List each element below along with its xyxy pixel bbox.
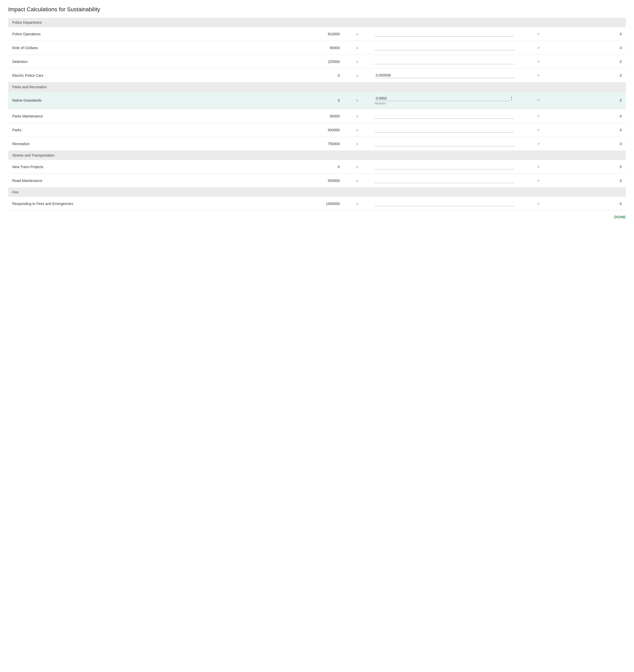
result-recreation: 0 bbox=[559, 137, 626, 151]
equals-icon-detention: = bbox=[518, 55, 559, 69]
label-role-of-civilians: Role of Civilians bbox=[8, 41, 263, 55]
multiplier-cell-parks-maintenance bbox=[371, 109, 518, 123]
result-role-of-civilians: 0 bbox=[559, 41, 626, 55]
multiplier-cell-native-grasslands: ▲▼Multiplier bbox=[371, 92, 518, 109]
multiplier-input-native-grasslands[interactable] bbox=[375, 96, 509, 101]
label-road-maintenance: Road Maintenance bbox=[8, 174, 263, 188]
done-area: DONE bbox=[8, 211, 626, 220]
multiplier-label-native-grasslands: Multiplier bbox=[375, 102, 514, 105]
equals-icon-police-operations: = bbox=[518, 27, 559, 41]
result-police-operations: 0 bbox=[559, 27, 626, 41]
multiplier-input-role-of-civilians[interactable] bbox=[375, 45, 514, 50]
label-responding-fires: Responding to Fires and Emergencies bbox=[8, 197, 263, 211]
value-new-trans-projects: 0 bbox=[263, 160, 344, 174]
section-label-fire: Fire bbox=[8, 188, 626, 197]
equals-icon-role-of-civilians: = bbox=[518, 41, 559, 55]
multiplier-input-parks-maintenance[interactable] bbox=[375, 113, 514, 119]
multiplier-cell-new-trans-projects bbox=[371, 160, 518, 174]
value-parks: 500000 bbox=[263, 123, 344, 137]
value-native-grasslands: 0 bbox=[263, 92, 344, 109]
result-new-trans-projects: 0 bbox=[559, 160, 626, 174]
multiplier-input-road-maintenance[interactable] bbox=[375, 178, 514, 183]
row-police-operations: Police Operations810000x=0 bbox=[8, 27, 626, 41]
multiplier-cell-responding-fires bbox=[371, 197, 518, 211]
equals-icon-responding-fires: = bbox=[518, 197, 559, 211]
spinner-native-grasslands[interactable]: ▲▼ bbox=[510, 96, 513, 101]
equals-icon-electric-police-cars: = bbox=[518, 69, 559, 83]
label-police-operations: Police Operations bbox=[8, 27, 263, 41]
label-parks-maintenance: Parks Maintenance bbox=[8, 109, 263, 123]
multiplier-input-detention[interactable] bbox=[375, 59, 514, 64]
result-native-grasslands: 0 bbox=[559, 92, 626, 109]
section-header-parks-recreation: Parks and Recreation bbox=[8, 83, 626, 92]
done-button[interactable]: DONE bbox=[614, 215, 626, 219]
value-parks-maintenance: 90000 bbox=[263, 109, 344, 123]
label-new-trans-projects: New Trans Projects bbox=[8, 160, 263, 174]
section-label-streets-transportation: Streets and Transportation bbox=[8, 151, 626, 160]
row-parks: Parks500000x=0 bbox=[8, 123, 626, 137]
times-icon-recreation: x bbox=[344, 137, 371, 151]
multiplier-input-new-trans-projects[interactable] bbox=[375, 164, 514, 169]
times-icon-role-of-civilians: x bbox=[344, 41, 371, 55]
multiplier-cell-police-operations bbox=[371, 27, 518, 41]
multiplier-input-recreation[interactable] bbox=[375, 141, 514, 146]
value-electric-police-cars: 0 bbox=[263, 69, 344, 83]
times-icon-police-operations: x bbox=[344, 27, 371, 41]
row-detention: Detention225000x=0 bbox=[8, 55, 626, 69]
row-new-trans-projects: New Trans Projects0x=0 bbox=[8, 160, 626, 174]
row-responding-fires: Responding to Fires and Emergencies15000… bbox=[8, 197, 626, 211]
equals-icon-parks: = bbox=[518, 123, 559, 137]
label-parks: Parks bbox=[8, 123, 263, 137]
value-role-of-civilians: 90000 bbox=[263, 41, 344, 55]
multiplier-cell-recreation bbox=[371, 137, 518, 151]
result-parks: 0 bbox=[559, 123, 626, 137]
result-parks-maintenance: 0 bbox=[559, 109, 626, 123]
section-label-parks-recreation: Parks and Recreation bbox=[8, 83, 626, 92]
equals-icon-road-maintenance: = bbox=[518, 174, 559, 188]
label-native-grasslands: Native Grasslands bbox=[8, 92, 263, 109]
label-recreation: Recreation bbox=[8, 137, 263, 151]
multiplier-input-police-operations[interactable] bbox=[375, 31, 514, 37]
spinner-up-native-grasslands[interactable]: ▲ bbox=[510, 96, 513, 98]
equals-icon-parks-maintenance: = bbox=[518, 109, 559, 123]
multiplier-input-parks[interactable] bbox=[375, 127, 514, 133]
multiplier-cell-road-maintenance bbox=[371, 174, 518, 188]
result-electric-police-cars: 0 bbox=[559, 69, 626, 83]
section-header-fire: Fire bbox=[8, 188, 626, 197]
times-icon-native-grasslands: x bbox=[344, 92, 371, 109]
row-native-grasslands: Native Grasslands0x▲▼Multiplier=0 bbox=[8, 92, 626, 109]
row-recreation: Recreation750000x=0 bbox=[8, 137, 626, 151]
page-title: Impact Calculations for Sustainability bbox=[8, 6, 626, 13]
section-header-streets-transportation: Streets and Transportation bbox=[8, 151, 626, 160]
row-road-maintenance: Road Maintenance550000x=0 bbox=[8, 174, 626, 188]
row-parks-maintenance: Parks Maintenance90000x=0 bbox=[8, 109, 626, 123]
times-icon-responding-fires: x bbox=[344, 197, 371, 211]
multiplier-input-responding-fires[interactable] bbox=[375, 201, 514, 206]
multiplier-cell-detention bbox=[371, 55, 518, 69]
result-road-maintenance: 0 bbox=[559, 174, 626, 188]
equals-icon-new-trans-projects: = bbox=[518, 160, 559, 174]
times-icon-road-maintenance: x bbox=[344, 174, 371, 188]
times-icon-new-trans-projects: x bbox=[344, 160, 371, 174]
multiplier-cell-parks bbox=[371, 123, 518, 137]
label-detention: Detention bbox=[8, 55, 263, 69]
spinner-down-native-grasslands[interactable]: ▼ bbox=[510, 98, 513, 101]
equals-icon-native-grasslands: = bbox=[518, 92, 559, 109]
value-police-operations: 810000 bbox=[263, 27, 344, 41]
value-detention: 225000 bbox=[263, 55, 344, 69]
value-recreation: 750000 bbox=[263, 137, 344, 151]
value-road-maintenance: 550000 bbox=[263, 174, 344, 188]
equals-icon-recreation: = bbox=[518, 137, 559, 151]
result-responding-fires: 0 bbox=[559, 197, 626, 211]
row-role-of-civilians: Role of Civilians90000x=0 bbox=[8, 41, 626, 55]
section-label-police: Police Department bbox=[8, 18, 626, 27]
multiplier-input-electric-police-cars[interactable] bbox=[375, 73, 514, 78]
result-detention: 0 bbox=[559, 55, 626, 69]
times-icon-detention: x bbox=[344, 55, 371, 69]
label-electric-police-cars: Electric Police Cars bbox=[8, 69, 263, 83]
section-header-police: Police Department bbox=[8, 18, 626, 27]
row-electric-police-cars: Electric Police Cars0x=0 bbox=[8, 69, 626, 83]
times-icon-parks: x bbox=[344, 123, 371, 137]
multiplier-cell-electric-police-cars bbox=[371, 69, 518, 83]
calc-table: Police DepartmentPolice Operations810000… bbox=[8, 18, 626, 211]
